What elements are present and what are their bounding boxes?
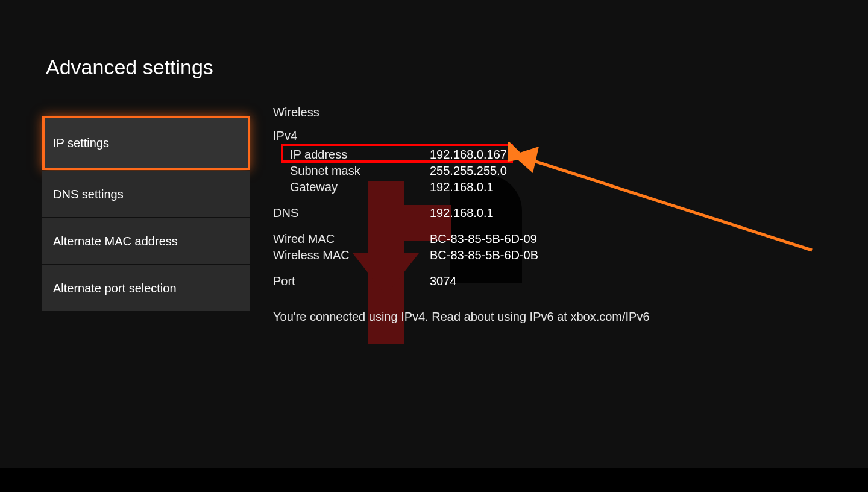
ip-address-row: IP address 192.168.0.167 — [273, 147, 650, 163]
wireless-mac-row: Wireless MAC BC-83-85-5B-6D-0B — [273, 247, 650, 263]
ip-address-label: IP address — [290, 147, 430, 163]
subnet-mask-value: 255.255.255.0 — [430, 163, 507, 179]
sidebar-item-label: DNS settings — [53, 188, 124, 201]
dns-row: DNS 192.168.0.1 — [273, 205, 650, 221]
sidebar-item-alternate-mac[interactable]: Alternate MAC address — [42, 218, 250, 264]
sidebar-item-label: IP settings — [53, 136, 109, 150]
connection-footer-text: You're connected using IPv4. Read about … — [273, 310, 650, 324]
sidebar: IP settings DNS settings Alternate MAC a… — [42, 116, 250, 312]
wireless-mac-label: Wireless MAC — [273, 247, 430, 263]
subnet-mask-label: Subnet mask — [290, 163, 430, 179]
wired-mac-row: Wired MAC BC-83-85-5B-6D-09 — [273, 231, 650, 247]
gateway-value: 192.168.0.1 — [430, 179, 494, 195]
details-panel: Wireless IPv4 IP address 192.168.0.167 S… — [273, 106, 650, 324]
dns-value: 192.168.0.1 — [430, 205, 494, 221]
port-label: Port — [273, 273, 430, 289]
ip-address-value: 192.168.0.167 — [430, 147, 507, 163]
page-title: Advanced settings — [46, 55, 213, 79]
gateway-row: Gateway 192.168.0.1 — [273, 179, 650, 195]
wired-mac-label: Wired MAC — [273, 231, 430, 247]
connection-type: Wireless — [273, 106, 650, 119]
sidebar-item-dns-settings[interactable]: DNS settings — [42, 171, 250, 217]
sidebar-item-ip-settings[interactable]: IP settings — [42, 116, 250, 170]
port-row: Port 3074 — [273, 273, 650, 289]
port-value: 3074 — [430, 273, 457, 289]
gateway-label: Gateway — [290, 179, 430, 195]
bottom-bar — [0, 468, 868, 492]
wired-mac-value: BC-83-85-5B-6D-09 — [430, 231, 537, 247]
dns-label: DNS — [273, 205, 430, 221]
sidebar-item-label: Alternate port selection — [53, 282, 177, 295]
sidebar-item-alternate-port[interactable]: Alternate port selection — [42, 265, 250, 311]
subnet-mask-row: Subnet mask 255.255.255.0 — [273, 163, 650, 179]
ipv4-heading: IPv4 — [273, 129, 650, 143]
wireless-mac-value: BC-83-85-5B-6D-0B — [430, 247, 538, 263]
sidebar-item-label: Alternate MAC address — [53, 235, 178, 248]
